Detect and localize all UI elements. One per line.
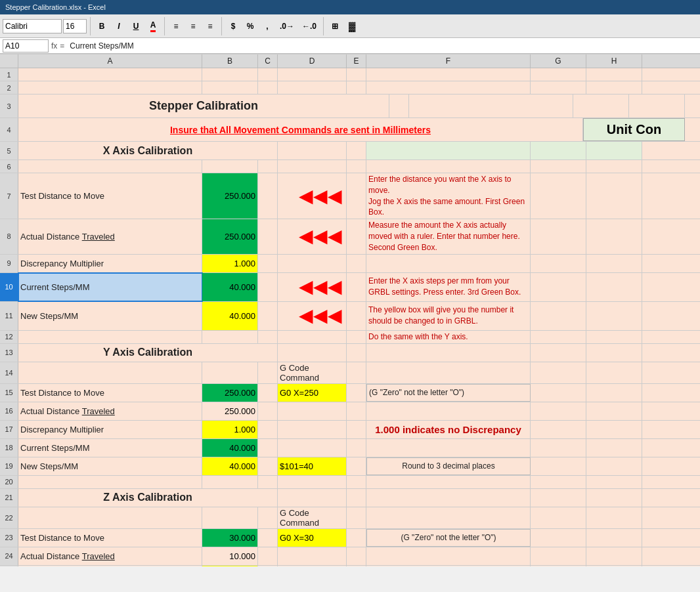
cell-16D[interactable] [278,402,347,420]
cell-3-title[interactable]: Stepper Calibration [18,95,389,117]
cell-17A[interactable]: Discrepancy Multiplier [18,421,202,438]
cell-24A[interactable]: Actual Distance Traveled [18,547,202,565]
cell-7B[interactable]: 250.000 [202,173,258,219]
cell-16G[interactable] [531,402,586,420]
cell-7A[interactable]: Test Distance to Move [18,173,202,219]
cell-6D[interactable] [278,160,347,173]
cell-5G[interactable] [531,142,586,159]
cell-19A[interactable]: New Steps/MM [18,457,202,475]
cell-20D[interactable] [278,476,347,488]
cell-18H[interactable] [586,439,642,457]
cell-18E[interactable] [347,439,366,457]
cell-14G[interactable] [531,362,586,383]
cell-9D[interactable] [278,255,347,272]
cell-24F[interactable] [366,547,531,565]
cell-13G[interactable] [531,344,586,362]
cell-6H[interactable] [586,160,642,173]
cell-4-warning[interactable]: Insure that All Movement Commands are se… [18,118,583,141]
cell-16F[interactable] [366,402,531,420]
cell-19G[interactable] [531,457,586,475]
align-center-button[interactable]: ≡ [185,18,201,34]
cell-18C[interactable] [258,439,278,457]
cell-20C[interactable] [258,476,278,488]
cell-1F[interactable] [366,68,531,81]
cell-19B[interactable]: 40.000 [202,457,258,475]
bold-button[interactable]: B [94,18,110,34]
cell-22H[interactable] [586,507,642,528]
cell-24H[interactable] [586,547,642,565]
comma-button[interactable]: , [259,18,275,34]
cell-19C[interactable] [258,457,278,475]
cell-25B[interactable]: 3.000 [202,566,258,566]
cell-21G[interactable] [531,489,586,507]
cell-7H[interactable] [586,173,642,219]
cell-2C[interactable] [258,81,278,94]
cell-20G[interactable] [531,476,586,488]
cell-2H[interactable] [586,81,642,94]
cell-11A[interactable]: New Steps/MM [18,302,202,330]
cell-21-ztitle[interactable]: Z Axis Calibration [18,489,278,507]
cell-14C[interactable] [258,362,278,383]
cell-23A[interactable]: Test Distance to Move [18,529,202,547]
cell-15H[interactable] [586,384,642,402]
cell-25C[interactable] [258,566,278,566]
cell-15G[interactable] [531,384,586,402]
borders-button[interactable]: ⊞ [327,18,343,34]
fontcolor-button[interactable]: A [145,18,161,34]
underline-button[interactable]: U [128,18,144,34]
cell-10E[interactable] [347,273,366,301]
cell-12D[interactable] [278,331,347,343]
cell-17B[interactable]: 1.000 [202,421,258,438]
cell-20H[interactable] [586,476,642,488]
cell-11G[interactable] [531,302,586,330]
cell-13-ytitle[interactable]: Y Axis Calibration [18,344,278,362]
cell-22E[interactable] [347,507,366,528]
cell-21D[interactable] [278,489,347,507]
cell-24B[interactable]: 10.000 [202,547,258,565]
cell-16E[interactable] [347,402,366,420]
cell-13F[interactable] [366,344,531,362]
font-size[interactable] [63,19,87,33]
cell-16A[interactable]: Actual Distance Traveled [18,402,202,420]
cell-21E[interactable] [347,489,366,507]
cell-7C[interactable] [258,173,278,219]
cell-24C[interactable] [258,547,278,565]
cell-12F[interactable]: Do the same with the Y axis. [366,331,531,343]
cell-3G[interactable] [573,95,629,117]
cell-18B[interactable]: 40.000 [202,439,258,457]
cell-1A[interactable] [18,68,202,81]
cell-8C[interactable] [258,219,278,253]
cell-23D-gcode[interactable]: G0 X=30 [278,529,347,547]
cell-10H[interactable] [586,273,642,301]
cell-12B[interactable] [202,331,258,343]
cell-1H[interactable] [586,68,642,81]
cell-1C[interactable] [258,68,278,81]
cell-25A[interactable]: Discrepancy Multiplier [18,566,202,566]
cell-24E[interactable] [347,547,366,565]
cell-19H[interactable] [586,457,642,475]
cell-25D[interactable] [278,566,347,566]
cell-22B[interactable] [202,507,258,528]
italic-button[interactable]: I [111,18,127,34]
dec-decrease-button[interactable]: ←.0 [299,18,320,34]
cell-17E[interactable] [347,421,366,438]
cell-25E[interactable] [347,566,366,566]
cell-18F[interactable] [366,439,531,457]
cell-19D-gcode[interactable]: $101=40 [278,457,347,475]
cell-1G[interactable] [531,68,586,81]
cell-14A[interactable] [18,362,202,383]
cell-8G[interactable] [531,219,586,253]
cell-16C[interactable] [258,402,278,420]
cell-16H[interactable] [586,402,642,420]
cell-6C[interactable] [258,160,278,173]
cell-10A[interactable]: Current Steps/MM [18,273,202,301]
cell-20B[interactable] [202,476,258,488]
cell-6E[interactable] [347,160,366,173]
align-left-button[interactable]: ≡ [168,18,184,34]
cell-23B[interactable]: 30.000 [202,529,258,547]
cell-9B[interactable]: 1.000 [202,255,258,272]
cell-8H[interactable] [586,219,642,253]
cell-2E[interactable] [347,81,366,94]
cell-2D[interactable] [278,81,347,94]
cell-2B[interactable] [202,81,258,94]
